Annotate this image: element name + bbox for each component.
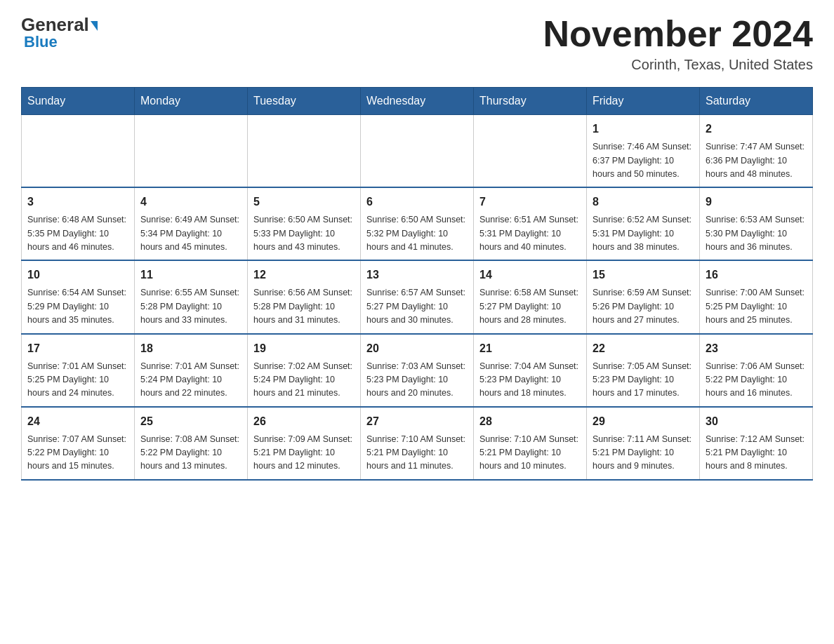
weekday-header-thursday: Thursday — [474, 88, 587, 115]
calendar-cell: 17Sunrise: 7:01 AM Sunset: 5:25 PM Dayli… — [22, 334, 135, 407]
calendar-cell: 26Sunrise: 7:09 AM Sunset: 5:21 PM Dayli… — [248, 407, 361, 480]
day-info: Sunrise: 6:57 AM Sunset: 5:27 PM Dayligh… — [366, 286, 468, 327]
calendar-week-row: 3Sunrise: 6:48 AM Sunset: 5:35 PM Daylig… — [22, 187, 813, 260]
day-number: 29 — [593, 413, 694, 430]
day-info: Sunrise: 6:52 AM Sunset: 5:31 PM Dayligh… — [593, 213, 694, 254]
calendar-cell — [135, 115, 248, 188]
day-info: Sunrise: 7:10 AM Sunset: 5:21 PM Dayligh… — [479, 433, 581, 474]
day-info: Sunrise: 6:50 AM Sunset: 5:32 PM Dayligh… — [366, 213, 468, 254]
logo: General Blue — [21, 14, 98, 51]
calendar-cell: 1Sunrise: 7:46 AM Sunset: 6:37 PM Daylig… — [587, 115, 700, 188]
day-info: Sunrise: 6:51 AM Sunset: 5:31 PM Dayligh… — [479, 213, 581, 254]
day-number: 12 — [253, 267, 355, 283]
calendar-cell: 5Sunrise: 6:50 AM Sunset: 5:33 PM Daylig… — [248, 187, 361, 260]
day-info: Sunrise: 7:07 AM Sunset: 5:22 PM Dayligh… — [27, 433, 128, 474]
calendar-body: 1Sunrise: 7:46 AM Sunset: 6:37 PM Daylig… — [22, 115, 813, 480]
day-number: 22 — [593, 340, 694, 357]
day-number: 9 — [706, 194, 807, 210]
calendar-cell: 28Sunrise: 7:10 AM Sunset: 5:21 PM Dayli… — [474, 407, 587, 480]
calendar-cell — [361, 115, 474, 188]
day-number: 26 — [253, 413, 355, 430]
day-number: 11 — [140, 267, 241, 283]
calendar-cell: 10Sunrise: 6:54 AM Sunset: 5:29 PM Dayli… — [22, 260, 135, 333]
day-info: Sunrise: 6:55 AM Sunset: 5:28 PM Dayligh… — [140, 286, 241, 327]
month-year-title: November 2024 — [543, 14, 813, 54]
day-info: Sunrise: 6:56 AM Sunset: 5:28 PM Dayligh… — [253, 286, 355, 327]
calendar-week-row: 17Sunrise: 7:01 AM Sunset: 5:25 PM Dayli… — [22, 334, 813, 407]
calendar-week-row: 24Sunrise: 7:07 AM Sunset: 5:22 PM Dayli… — [22, 407, 813, 480]
weekday-header-saturday: Saturday — [700, 88, 813, 115]
day-info: Sunrise: 7:05 AM Sunset: 5:23 PM Dayligh… — [593, 360, 694, 401]
calendar-cell: 16Sunrise: 7:00 AM Sunset: 5:25 PM Dayli… — [700, 260, 813, 333]
calendar-header: SundayMondayTuesdayWednesdayThursdayFrid… — [22, 88, 813, 115]
calendar-cell: 27Sunrise: 7:10 AM Sunset: 5:21 PM Dayli… — [361, 407, 474, 480]
weekday-header-friday: Friday — [587, 88, 700, 115]
calendar-week-row: 10Sunrise: 6:54 AM Sunset: 5:29 PM Dayli… — [22, 260, 813, 333]
calendar-cell: 22Sunrise: 7:05 AM Sunset: 5:23 PM Dayli… — [587, 334, 700, 407]
calendar-cell: 19Sunrise: 7:02 AM Sunset: 5:24 PM Dayli… — [248, 334, 361, 407]
day-number: 20 — [366, 340, 468, 357]
day-info: Sunrise: 6:50 AM Sunset: 5:33 PM Dayligh… — [253, 213, 355, 254]
calendar-cell: 13Sunrise: 6:57 AM Sunset: 5:27 PM Dayli… — [361, 260, 474, 333]
day-number: 18 — [140, 340, 241, 357]
day-info: Sunrise: 7:02 AM Sunset: 5:24 PM Dayligh… — [253, 360, 355, 401]
day-number: 7 — [479, 194, 581, 210]
day-info: Sunrise: 6:59 AM Sunset: 5:26 PM Dayligh… — [593, 286, 694, 327]
day-number: 4 — [140, 194, 241, 210]
day-info: Sunrise: 7:01 AM Sunset: 5:24 PM Dayligh… — [140, 360, 241, 401]
day-number: 15 — [593, 267, 694, 283]
day-number: 2 — [706, 121, 807, 137]
day-number: 6 — [366, 194, 468, 210]
calendar-cell: 9Sunrise: 6:53 AM Sunset: 5:30 PM Daylig… — [700, 187, 813, 260]
calendar-cell — [248, 115, 361, 188]
day-number: 23 — [706, 340, 807, 357]
day-info: Sunrise: 7:06 AM Sunset: 5:22 PM Dayligh… — [706, 360, 807, 401]
calendar-cell: 8Sunrise: 6:52 AM Sunset: 5:31 PM Daylig… — [587, 187, 700, 260]
day-number: 28 — [479, 413, 581, 430]
weekday-header-tuesday: Tuesday — [248, 88, 361, 115]
calendar-cell: 3Sunrise: 6:48 AM Sunset: 5:35 PM Daylig… — [22, 187, 135, 260]
day-number: 5 — [253, 194, 355, 210]
day-number: 3 — [27, 194, 128, 210]
calendar-cell: 6Sunrise: 6:50 AM Sunset: 5:32 PM Daylig… — [361, 187, 474, 260]
day-info: Sunrise: 7:09 AM Sunset: 5:21 PM Dayligh… — [253, 433, 355, 474]
day-info: Sunrise: 7:47 AM Sunset: 6:36 PM Dayligh… — [706, 140, 807, 181]
day-number: 16 — [706, 267, 807, 283]
calendar-cell — [22, 115, 135, 188]
day-number: 1 — [593, 121, 694, 137]
day-info: Sunrise: 6:49 AM Sunset: 5:34 PM Dayligh… — [140, 213, 241, 254]
day-number: 30 — [706, 413, 807, 430]
calendar-cell: 12Sunrise: 6:56 AM Sunset: 5:28 PM Dayli… — [248, 260, 361, 333]
calendar-cell: 11Sunrise: 6:55 AM Sunset: 5:28 PM Dayli… — [135, 260, 248, 333]
day-number: 10 — [27, 267, 128, 283]
calendar-week-row: 1Sunrise: 7:46 AM Sunset: 6:37 PM Daylig… — [22, 115, 813, 188]
calendar-cell: 29Sunrise: 7:11 AM Sunset: 5:21 PM Dayli… — [587, 407, 700, 480]
day-info: Sunrise: 6:53 AM Sunset: 5:30 PM Dayligh… — [706, 213, 807, 254]
page-header: General Blue November 2024 Corinth, Texa… — [21, 14, 813, 73]
calendar-cell: 25Sunrise: 7:08 AM Sunset: 5:22 PM Dayli… — [135, 407, 248, 480]
day-info: Sunrise: 7:10 AM Sunset: 5:21 PM Dayligh… — [366, 433, 468, 474]
calendar-cell: 21Sunrise: 7:04 AM Sunset: 5:23 PM Dayli… — [474, 334, 587, 407]
day-number: 8 — [593, 194, 694, 210]
day-info: Sunrise: 7:12 AM Sunset: 5:21 PM Dayligh… — [706, 433, 807, 474]
day-info: Sunrise: 6:54 AM Sunset: 5:29 PM Dayligh… — [27, 286, 128, 327]
day-info: Sunrise: 7:03 AM Sunset: 5:23 PM Dayligh… — [366, 360, 468, 401]
logo-arrow-icon — [91, 21, 98, 31]
day-info: Sunrise: 7:11 AM Sunset: 5:21 PM Dayligh… — [593, 433, 694, 474]
weekday-header-row: SundayMondayTuesdayWednesdayThursdayFrid… — [22, 88, 813, 115]
day-info: Sunrise: 7:08 AM Sunset: 5:22 PM Dayligh… — [140, 433, 241, 474]
location-subtitle: Corinth, Texas, United States — [543, 57, 813, 73]
day-number: 13 — [366, 267, 468, 283]
day-info: Sunrise: 7:00 AM Sunset: 5:25 PM Dayligh… — [706, 286, 807, 327]
calendar-cell: 7Sunrise: 6:51 AM Sunset: 5:31 PM Daylig… — [474, 187, 587, 260]
day-number: 17 — [27, 340, 128, 357]
weekday-header-sunday: Sunday — [22, 88, 135, 115]
day-info: Sunrise: 7:01 AM Sunset: 5:25 PM Dayligh… — [27, 360, 128, 401]
calendar-cell: 30Sunrise: 7:12 AM Sunset: 5:21 PM Dayli… — [700, 407, 813, 480]
calendar-table: SundayMondayTuesdayWednesdayThursdayFrid… — [21, 87, 813, 481]
day-info: Sunrise: 6:58 AM Sunset: 5:27 PM Dayligh… — [479, 286, 581, 327]
day-number: 25 — [140, 413, 241, 430]
weekday-header-monday: Monday — [135, 88, 248, 115]
logo-blue-word: Blue — [24, 33, 58, 51]
day-number: 21 — [479, 340, 581, 357]
